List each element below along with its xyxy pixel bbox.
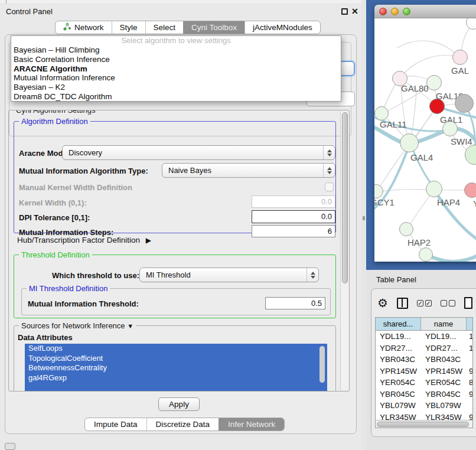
tab-discretize-data[interactable]: Discretize Data xyxy=(146,418,219,431)
table-cell: YDR27... xyxy=(421,343,467,354)
table-row[interactable]: YBL079WYBL079W xyxy=(376,400,472,412)
close-light-icon[interactable] xyxy=(379,8,387,15)
node-label-gal: GAL xyxy=(451,66,469,76)
network-node-gal[interactable] xyxy=(452,50,468,65)
table-row[interactable]: YPR145WYPR145W9. xyxy=(376,366,472,377)
node-label-gal11: GAL11 xyxy=(380,119,407,129)
table-row[interactable]: YDL19...YDL19...13 xyxy=(376,331,472,343)
column-header-shared[interactable]: shared... xyxy=(376,318,421,330)
table-row[interactable]: YBR045CYBR045C9. xyxy=(376,389,472,400)
data-attributes-list[interactable]: SelfLoopsTopologicalCoefficientBetweenne… xyxy=(25,344,327,391)
table-hscrollbar[interactable] xyxy=(376,420,472,428)
cyni-bottom-tabs: Impute DataDiscretize DataInfer Network xyxy=(84,418,285,431)
network-node-swi4[interactable] xyxy=(442,121,458,136)
algorithm-option-dream8-dc-tdc-algorithm[interactable]: Dream8 DC_TDC Algorithm xyxy=(11,92,341,102)
manual-kernel-checkbox[interactable] xyxy=(325,182,334,191)
combo-arrows-icon xyxy=(307,268,318,282)
table-row[interactable]: YDR27...YDR27...12 xyxy=(376,343,472,354)
network-view-window: GALGAL80GAL10GAL1GAL11SWI4GAL4GCY1HAP4YH… xyxy=(374,5,476,262)
table-cell: YBR045C xyxy=(376,389,421,400)
network-node-gcy1[interactable] xyxy=(374,184,383,198)
attribute-item-gal4rgexp[interactable]: gal4RGexp xyxy=(25,373,327,383)
hub-definition-label: Hub/Transcription Factor Definition xyxy=(17,236,140,244)
network-node-gal4[interactable] xyxy=(400,133,419,152)
mi-type-combo[interactable]: Naive Bayes xyxy=(162,163,335,178)
select-all-icon[interactable]: ✓✓ xyxy=(417,300,432,306)
tab-infer-network[interactable]: Infer Network xyxy=(219,418,284,431)
split-columns-icon[interactable] xyxy=(397,298,408,309)
minimized-panel-icon[interactable] xyxy=(5,443,15,450)
network-icon xyxy=(63,22,71,32)
network-node-gal10[interactable] xyxy=(426,75,442,90)
close-icon[interactable]: ✕ xyxy=(351,6,358,16)
network-node-gal11[interactable] xyxy=(374,106,389,120)
table-cell: YBR045C xyxy=(421,389,467,400)
collapse-arrow-icon: ▼ xyxy=(127,322,133,330)
tab-network[interactable]: Network xyxy=(56,21,112,34)
network-node[interactable] xyxy=(455,94,474,113)
algorithm-option-mutual-information-inference[interactable]: Mutual Information Inference xyxy=(11,73,341,83)
table-toolbar: ⚙ ✓✓ xyxy=(377,296,472,310)
node-label-gcy1: GCY1 xyxy=(374,197,395,207)
tab-jactivemnodules[interactable]: jActiveMNodules xyxy=(244,21,320,34)
algorithm-definition-title: Algorithm Definition xyxy=(19,117,90,126)
network-node[interactable] xyxy=(419,247,433,262)
table-row[interactable]: YER054CYER054C8. xyxy=(376,377,472,389)
expander-arrow-icon: ▶ xyxy=(146,236,151,244)
network-node-gal1[interactable] xyxy=(429,99,445,114)
table-cell: YDL19... xyxy=(376,331,421,343)
algorithm-option-bayesian-k2[interactable]: Bayesian – K2 xyxy=(11,83,341,92)
network-window-titlebar[interactable] xyxy=(374,5,476,18)
tab-style[interactable]: Style xyxy=(112,21,145,34)
kernel-width-field[interactable]: 0.0 xyxy=(252,195,335,208)
control-panel: Control Panel ✕ NetworkStyleSelectCyni T… xyxy=(0,0,361,450)
cyni-algorithm-settings-group: Cyni Algorithm Settings Algorithm Defini… xyxy=(8,110,350,392)
network-canvas[interactable]: GALGAL80GAL10GAL1GAL11SWI4GAL4GCY1HAP4YH… xyxy=(374,18,476,262)
panel-splitter[interactable] xyxy=(361,0,366,450)
tab-label: Cyni Toolbox xyxy=(191,23,237,32)
settings-scrollbar-thumb[interactable] xyxy=(342,112,348,283)
splitter-handle-icon[interactable] xyxy=(363,216,365,220)
data-attributes-label: Data Attributes xyxy=(18,333,73,342)
float-icon[interactable] xyxy=(341,8,348,15)
settings-group-title: Cyni Algorithm Settings xyxy=(14,110,97,115)
table-cell xyxy=(467,400,472,412)
attribute-item-selfloops[interactable]: SelfLoops xyxy=(25,344,327,354)
tab-select[interactable]: Select xyxy=(145,21,184,34)
node-attribute-table[interactable]: shared...name YDL19...YDL19...13YDR27...… xyxy=(375,317,473,428)
zoom-light-icon[interactable] xyxy=(403,8,410,15)
tab-cyni-toolbox[interactable]: Cyni Toolbox xyxy=(183,21,244,34)
attribute-item-topologicalcoefficient[interactable]: TopologicalCoefficient xyxy=(25,354,327,364)
algorithm-option-basic-correlation-inference[interactable]: Basic Correlation Inference xyxy=(11,55,341,64)
algorithm-option-bayesian-hill-climbing[interactable]: Bayesian – Hill Climbing xyxy=(11,45,341,55)
network-node-hap2[interactable] xyxy=(399,222,413,236)
attributes-scrollbar-thumb[interactable] xyxy=(319,346,325,383)
tab-impute-data[interactable]: Impute Data xyxy=(85,418,146,431)
network-node[interactable] xyxy=(465,145,476,165)
network-node-y[interactable] xyxy=(464,182,476,198)
table-row[interactable]: YBR043CYBR043C xyxy=(376,354,472,366)
sources-group-title[interactable]: Sources for Network Inference ▼ xyxy=(19,321,136,330)
apply-button[interactable]: Apply xyxy=(158,397,200,411)
mi-steps-field[interactable]: 6 xyxy=(252,225,335,237)
gear-icon[interactable]: ⚙ xyxy=(377,297,388,309)
settings-scrollbar[interactable] xyxy=(340,111,348,390)
document-icon[interactable] xyxy=(464,297,472,309)
table-cell: YER054C xyxy=(376,377,421,389)
column-header-name[interactable]: name xyxy=(421,318,467,330)
mi-threshold-field[interactable]: 0.5 xyxy=(265,297,325,309)
deselect-all-icon[interactable] xyxy=(441,300,455,306)
column-header-extra[interactable] xyxy=(467,318,472,330)
table-cell: YPR145W xyxy=(421,366,467,377)
hub-definition-expander[interactable]: Hub/Transcription Factor Definition ▶ xyxy=(17,236,151,244)
mi-type-value: Naive Bayes xyxy=(168,166,211,175)
dpi-tolerance-field[interactable]: 0.0 xyxy=(252,210,335,223)
table-hscrollbar-thumb[interactable] xyxy=(377,422,469,427)
which-threshold-combo[interactable]: MI Threshold xyxy=(139,268,319,282)
algorithm-option-aracne-algorithm[interactable]: ARACNE Algorithm xyxy=(11,64,341,74)
attribute-item-betweennesscentrality[interactable]: BetweennessCentrality xyxy=(25,363,327,373)
network-node-hap4[interactable] xyxy=(426,181,442,197)
minimize-light-icon[interactable] xyxy=(391,8,399,15)
network-node[interactable] xyxy=(466,18,476,30)
aracne-mode-combo[interactable]: Discovery xyxy=(62,145,335,160)
